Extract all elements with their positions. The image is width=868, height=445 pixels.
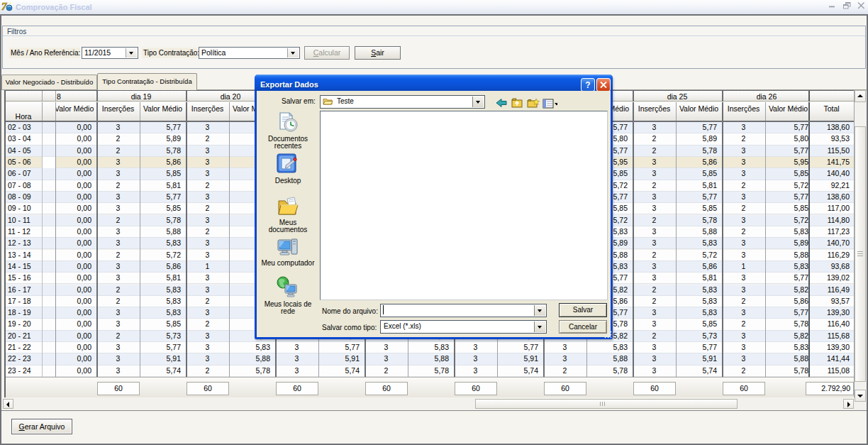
svg-text:7: 7 (1, 1, 7, 12)
